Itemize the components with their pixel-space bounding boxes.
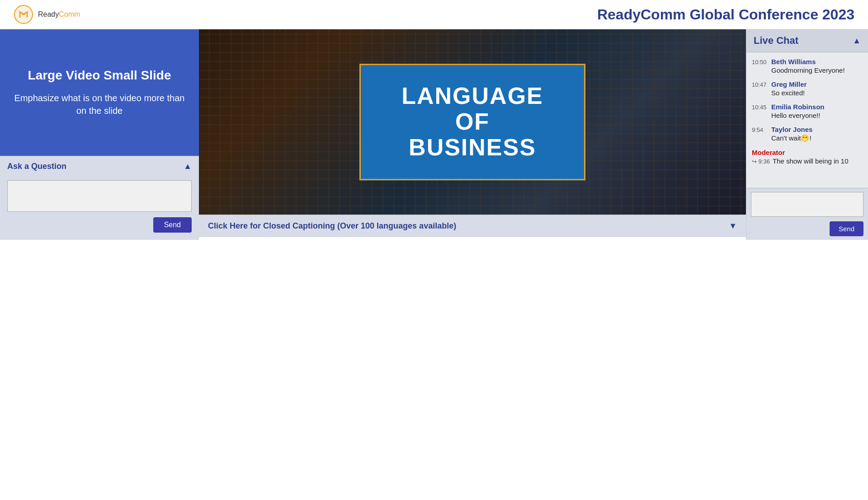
- chat-message: 10:45 Emilia Robinson Hello everyone!!: [752, 103, 863, 119]
- chat-header: Live Chat ▲: [746, 29, 868, 52]
- captioning-bar: Click Here for Closed Captioning (Over 1…: [199, 215, 746, 237]
- slide-subtitle: Emphasize what is on the video more than…: [14, 92, 185, 117]
- chat-text: Hello everyone!!: [771, 112, 863, 119]
- video-placeholder: LANGUAGE OF BUSINESS: [199, 29, 746, 215]
- chat-send-row: Send: [751, 221, 863, 236]
- chat-input[interactable]: [751, 192, 863, 217]
- chat-meta: 10:45 Emilia Robinson: [752, 103, 863, 111]
- captioning-link[interactable]: Click Here for Closed Captioning (Over 1…: [208, 221, 456, 231]
- video-area: LANGUAGE OF BUSINESS Click Here for Clos…: [199, 29, 746, 240]
- chat-message: 10:47 Greg Miller So excited!: [752, 80, 863, 97]
- captioning-toggle-icon[interactable]: ▼: [729, 221, 737, 231]
- chat-time: 9:54: [752, 126, 768, 133]
- chat-messages: 10:50 Beth Williams Goodmorning Everyone…: [746, 52, 868, 188]
- chat-sender: Emilia Robinson: [771, 103, 825, 111]
- header: ReadyComm ReadyComm Global Conference 20…: [0, 0, 868, 29]
- chat-time: ↪ 9:36: [752, 158, 770, 165]
- chat-sender: Beth Williams: [771, 58, 816, 65]
- left-panel: Large Video Small Slide Emphasize what i…: [0, 29, 199, 240]
- chat-time: 10:50: [752, 59, 768, 65]
- chat-meta: 10:50 Beth Williams: [752, 58, 863, 65]
- chat-meta: Moderator: [752, 149, 863, 156]
- slide-overlay: LANGUAGE OF BUSINESS: [359, 64, 585, 180]
- ask-question-header[interactable]: Ask a Question ▲: [0, 156, 199, 177]
- slide-title: Large Video Small Slide: [28, 68, 171, 83]
- logo-icon: [14, 5, 33, 24]
- chat-text: Can't wait😁!: [771, 134, 863, 142]
- chat-title: Live Chat: [754, 35, 798, 47]
- chat-sender: Greg Miller: [771, 80, 807, 88]
- chat-toggle-icon[interactable]: ▲: [853, 36, 861, 46]
- chat-text: Goodmorning Everyone!: [771, 66, 863, 74]
- chat-message: 9:54 Taylor Jones Can't wait😁!: [752, 126, 863, 142]
- chat-send-button[interactable]: Send: [830, 221, 863, 236]
- chat-meta: 10:47 Greg Miller: [752, 80, 863, 88]
- logo-text: ReadyComm: [38, 10, 80, 19]
- logo-comm: Comm: [59, 10, 80, 18]
- chat-message: Moderator ↪ 9:36 The show will being in …: [752, 149, 863, 165]
- ask-question-label: Ask a Question: [7, 162, 66, 171]
- chat-message: 10:50 Beth Williams Goodmorning Everyone…: [752, 58, 863, 74]
- logo-ready: Ready: [38, 10, 59, 18]
- overlay-text-line2: OF BUSINESS: [388, 109, 557, 160]
- chat-panel: Live Chat ▲ 10:50 Beth Williams Goodmorn…: [746, 29, 868, 240]
- ask-send-button[interactable]: Send: [153, 217, 192, 233]
- chat-sender: Moderator: [752, 149, 785, 156]
- chat-time: 10:45: [752, 104, 768, 111]
- ask-send-row: Send: [7, 217, 192, 233]
- chat-time: 10:47: [752, 81, 768, 88]
- chat-input-area: Send: [746, 188, 868, 240]
- chat-sender: Taylor Jones: [771, 126, 812, 133]
- moderator-row: ↪ 9:36 The show will being in 10: [752, 157, 863, 165]
- chat-meta: 9:54 Taylor Jones: [752, 126, 863, 133]
- overlay-text-line1: LANGUAGE: [388, 83, 557, 109]
- main-layout: Large Video Small Slide Emphasize what i…: [0, 29, 868, 240]
- chat-text: The show will being in 10: [773, 157, 849, 165]
- ask-question-toggle-icon: ▲: [184, 162, 192, 171]
- logo-area: ReadyComm: [14, 5, 80, 24]
- ask-question-panel: Ask a Question ▲ Send: [0, 156, 199, 240]
- question-input[interactable]: [7, 180, 192, 212]
- chat-text: So excited!: [771, 89, 863, 97]
- conference-title: ReadyComm Global Conference 2023: [597, 6, 854, 23]
- slide-info: Large Video Small Slide Emphasize what i…: [0, 29, 199, 156]
- ask-question-body: Send: [0, 177, 199, 240]
